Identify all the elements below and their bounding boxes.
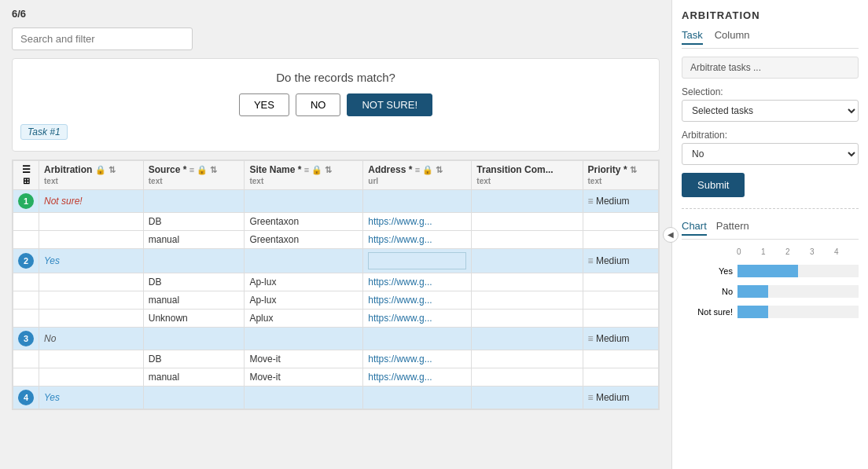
right-panel: ◀ ARBITRATION Task Column Arbitrate task… [671, 0, 868, 469]
task-priority: ≡ Medium [583, 190, 658, 213]
source-number [13, 213, 39, 231]
chart-pattern-tabs: Chart Pattern [682, 220, 859, 240]
task-empty-cell [143, 328, 245, 350]
source-priority [583, 213, 658, 231]
arbitration-section: Arbitration: Yes No Not sure! [682, 130, 859, 165]
task-empty-cell [363, 249, 472, 273]
source-row: DBAp-luxhttps://www.g... [13, 273, 659, 291]
source-address: https://www.g... [363, 273, 472, 291]
arbitrate-tasks-button[interactable]: Arbitrate tasks ... [682, 57, 859, 79]
col-source: Source * ≡ 🔒 ⇅ text [143, 161, 245, 190]
chart-row-notsure: Not sure! [682, 303, 859, 321]
task-row: 1Not sure!≡ Medium [13, 190, 659, 213]
search-input[interactable] [12, 27, 193, 50]
chart-label-yes: Yes [682, 266, 733, 276]
collapse-button[interactable]: ◀ [663, 227, 679, 243]
tab-column[interactable]: Column [715, 29, 750, 45]
arbitration-field-label: Arbitration: [682, 130, 859, 141]
source-transition [472, 213, 583, 231]
arbitration-select[interactable]: Yes No Not sure! [682, 143, 859, 165]
source-row: UnknownApluxhttps://www.g... [13, 310, 659, 328]
col-address: Address * ≡ 🔒 ⇅ url [363, 161, 472, 190]
chart-label-notsure: Not sure! [682, 307, 733, 317]
source-number [13, 231, 39, 249]
source-arbitration [39, 273, 144, 291]
chart-axis: 0 1 2 3 4 [682, 247, 859, 256]
source-arbitration [39, 310, 144, 328]
arbitration-title: ARBITRATION [682, 9, 859, 21]
task-row: 2Yes≡ Medium [13, 249, 659, 273]
task-column-tabs: Task Column [682, 29, 859, 49]
source-address: https://www.g... [363, 350, 472, 368]
selection-select[interactable]: Selected tasks All tasks Filtered tasks [682, 100, 859, 122]
no-button[interactable]: NO [296, 93, 341, 116]
menu-icon: ☰ [22, 164, 31, 175]
source-site: Ap-lux [245, 291, 363, 310]
source-type: manual [143, 291, 245, 310]
source-transition [472, 273, 583, 291]
source-arbitration [39, 291, 144, 310]
source-type: Unknown [143, 310, 245, 328]
task-empty-cell [363, 190, 472, 213]
task-empty-cell [472, 249, 583, 273]
source-address: https://www.g... [363, 231, 472, 249]
source-row: manualMove-ithttps://www.g... [13, 368, 659, 387]
counter: 6/6 [12, 8, 660, 20]
task-arbitration: Not sure! [39, 190, 144, 213]
task-empty-cell [143, 190, 245, 213]
source-type: manual [143, 231, 245, 249]
task-empty-cell [245, 249, 363, 273]
bar-container-notsure [737, 306, 859, 318]
task-empty-cell [472, 387, 583, 409]
columns-icon: ⊞ [23, 176, 30, 185]
source-address: https://www.g... [363, 291, 472, 310]
bar-yes [737, 265, 798, 277]
source-type: DB [143, 213, 245, 231]
source-arbitration [39, 231, 144, 249]
menu-header[interactable]: ☰ ⊞ [13, 161, 39, 190]
source-transition [472, 368, 583, 387]
source-transition [472, 310, 583, 328]
source-type: DB [143, 350, 245, 368]
col-arbitration: Arbitration 🔒 ⇅ text [39, 161, 144, 190]
task-priority: ≡ Medium [583, 328, 658, 350]
col-priority: Priority * ⇅ text [583, 161, 658, 190]
source-row: manualGreentaxonhttps://www.g... [13, 231, 659, 249]
notsure-button[interactable]: NOT SURE! [347, 93, 432, 116]
bar-no [737, 285, 768, 298]
selection-label: Selection: [682, 86, 859, 97]
col-transition: Transition Com... text [472, 161, 583, 190]
source-number [13, 350, 39, 368]
task-arbitration: Yes [39, 249, 144, 273]
task-empty-cell [143, 387, 245, 409]
task-number: 2 [18, 253, 34, 269]
task-arbitration: No [39, 328, 144, 350]
task-empty-cell [472, 190, 583, 213]
pattern-tab[interactable]: Pattern [716, 220, 749, 236]
chart-row-yes: Yes [682, 262, 859, 280]
source-priority [583, 350, 658, 368]
source-address: https://www.g... [363, 213, 472, 231]
task-empty-cell [472, 328, 583, 350]
data-table: ☰ ⊞ Arbitration 🔒 ⇅ text Source * ≡ 🔒 ⇅ … [13, 160, 659, 409]
tab-task[interactable]: Task [682, 29, 703, 45]
chart-tab[interactable]: Chart [682, 220, 707, 236]
source-priority [583, 310, 658, 328]
bar-container-yes [737, 265, 859, 277]
source-number [13, 273, 39, 291]
chart-row-no: No [682, 283, 859, 300]
task-number: 1 [18, 193, 34, 209]
col-sitename: Site Name * ≡ 🔒 ⇅ text [245, 161, 363, 190]
source-address: https://www.g... [363, 368, 472, 387]
task-number: 3 [18, 331, 34, 346]
submit-button[interactable]: Submit [682, 173, 745, 197]
source-transition [472, 350, 583, 368]
source-site: Greentaxon [245, 213, 363, 231]
yes-button[interactable]: YES [239, 93, 289, 116]
task-number: 4 [18, 390, 34, 405]
source-row: manualAp-luxhttps://www.g... [13, 291, 659, 310]
task-empty-cell [363, 328, 472, 350]
source-number [13, 310, 39, 328]
source-site: Aplux [245, 310, 363, 328]
left-panel: 6/6 Do the records match? YES NO NOT SUR… [0, 0, 671, 469]
